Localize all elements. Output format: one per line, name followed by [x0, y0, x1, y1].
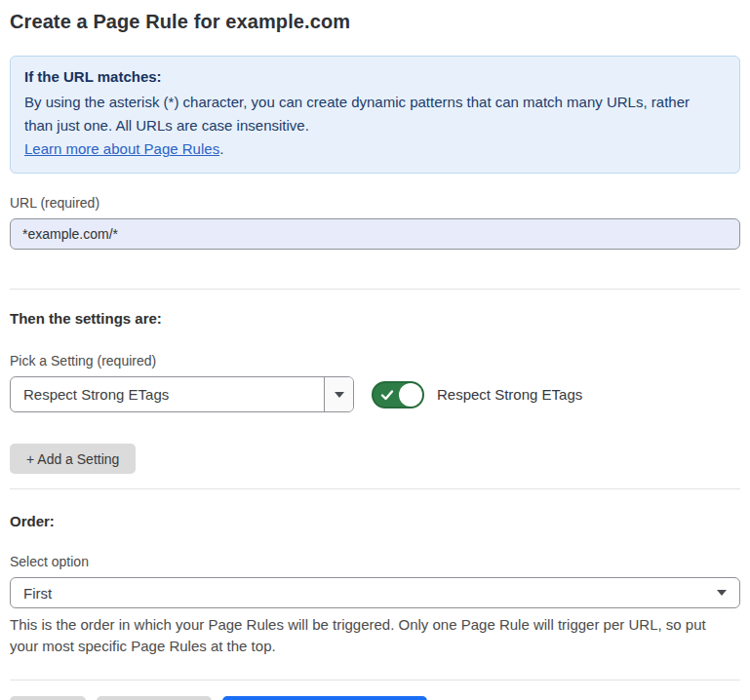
add-setting-button[interactable]: + Add a Setting: [10, 444, 136, 474]
settings-section-heading: Then the settings are:: [10, 310, 740, 327]
save-and-deploy-button[interactable]: Save and Deploy Page Rule: [222, 696, 427, 700]
order-section-heading: Order:: [10, 513, 740, 529]
setting-row: Respect Strong ETags Respect Strong ETag…: [10, 376, 740, 412]
url-field-label: URL (required): [10, 195, 740, 211]
url-match-info-box: If the URL matches: By using the asteris…: [10, 56, 740, 174]
etag-toggle-group: Respect Strong ETags: [372, 381, 582, 408]
etag-toggle[interactable]: [372, 381, 424, 408]
info-box-body: By using the asterisk (*) character, you…: [24, 91, 707, 161]
section-divider: [10, 289, 740, 290]
pick-setting-label: Pick a Setting (required): [10, 353, 740, 369]
toggle-knob: [399, 383, 422, 407]
section-divider: [10, 680, 740, 681]
setting-select-value: Respect Strong ETags: [11, 377, 324, 411]
page-title: Create a Page Rule for example.com: [10, 11, 740, 33]
section-divider: [10, 488, 740, 489]
url-input[interactable]: [10, 218, 740, 250]
info-box-heading: If the URL matches:: [24, 65, 726, 89]
chevron-down-icon: [717, 590, 727, 596]
chevron-down-icon: [335, 392, 344, 398]
etag-toggle-label: Respect Strong ETags: [437, 386, 582, 403]
setting-select-arrow-button[interactable]: [324, 377, 353, 411]
order-help-text: This is the order in which your Page Rul…: [10, 614, 736, 657]
create-page-rule-form: Create a Page Rule for example.com If th…: [0, 11, 750, 700]
order-select[interactable]: First: [10, 577, 740, 608]
save-as-draft-button[interactable]: Save as Draft: [97, 696, 213, 700]
footer-actions: Cancel Save as Draft Save and Deploy Pag…: [10, 696, 740, 700]
cancel-button[interactable]: Cancel: [10, 696, 86, 700]
order-select-label: Select option: [10, 554, 740, 569]
learn-more-link-suffix: .: [219, 140, 223, 157]
setting-select[interactable]: Respect Strong ETags: [10, 376, 354, 412]
check-icon: [380, 388, 394, 402]
info-box-body-text: By using the asterisk (*) character, you…: [24, 94, 690, 134]
order-select-value: First: [23, 585, 52, 602]
learn-more-link[interactable]: Learn more about Page Rules: [24, 140, 219, 157]
